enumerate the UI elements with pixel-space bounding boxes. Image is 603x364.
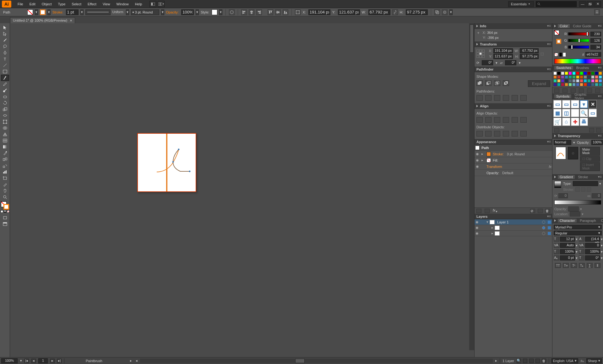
add-effect-icon[interactable]: fx▾ [493,208,497,213]
minus-front-icon[interactable] [485,80,492,86]
align-left-icon[interactable] [476,117,483,123]
strikethrough-icon[interactable]: T [595,263,600,268]
stroke-dropdown[interactable]: ▾ [47,9,51,15]
rotate-input[interactable]: 0° [482,60,493,65]
leading-input[interactable]: (14.4 pt) [585,237,600,242]
subscript-icon[interactable]: T₁ [579,263,585,268]
mesh-tool[interactable] [1,137,9,144]
dist-right-icon[interactable] [520,131,527,136]
font-size-input[interactable]: 12 pt [560,237,575,242]
gradient-preview[interactable] [554,181,561,188]
fill-swatch[interactable] [27,9,33,15]
layer-row[interactable]: ◉▸ [475,225,552,231]
brush-dropdown[interactable]: ▾ [161,9,164,15]
trim-icon[interactable] [485,95,492,101]
first-artboard-button[interactable]: |◂ [24,359,29,363]
delete-layer-icon[interactable]: 🗑 [542,359,546,363]
dist-top-icon[interactable] [476,131,483,136]
symbols-panel-header[interactable]: Symbols Graphic Styles ▾≡ [552,94,603,99]
swatch[interactable] [553,75,557,79]
pen-tool[interactable] [1,50,9,56]
swatch[interactable] [584,83,587,86]
h-scroll-right[interactable]: ▸ [495,359,497,363]
swatch[interactable] [587,79,591,83]
swatch[interactable] [565,79,568,83]
hand-tool[interactable] [1,188,9,194]
swatch[interactable] [565,83,568,86]
swatches-panel-header[interactable]: Swatches Brushes ▾≡ [552,65,603,71]
controlbar-menu-icon[interactable]: ☰ [594,9,600,15]
last-artboard-button[interactable]: ▸| [57,359,62,363]
magic-wand-tool[interactable] [1,37,9,43]
symbol-item[interactable]: ゝ [571,109,579,117]
h-scroll-left[interactable]: ◂ [136,359,138,363]
reference-point-selector[interactable] [476,50,485,58]
fill-stroke-proxy[interactable] [1,201,9,210]
menu-window[interactable]: Window [113,0,132,8]
delete-swatch-icon[interactable] [595,88,600,93]
transparency-opacity-input[interactable]: 100% [591,140,603,145]
isolate-dropdown[interactable]: ▾ [449,9,453,15]
appearance-row[interactable]: ◉▸Stroke:3 pt. Round [475,151,552,157]
stroke-weight-input[interactable] [66,9,79,15]
x-input[interactable] [308,9,330,15]
eraser-tool[interactable] [1,94,9,100]
swatch[interactable] [584,72,587,75]
swatch[interactable] [561,75,564,79]
transform-y-input[interactable]: 121.637 px [493,54,513,59]
blend-tool[interactable] [1,156,9,163]
transform-h-input[interactable]: 97.275 px [520,54,539,59]
swatch[interactable] [587,75,591,79]
swatch[interactable] [599,72,602,75]
g-value-input[interactable]: 126 [590,38,601,43]
smallcaps-icon[interactable]: Tᴛ [563,263,569,268]
white-swatch[interactable] [563,53,566,56]
swatch-options-icon[interactable] [571,88,576,93]
y-input[interactable] [338,9,360,15]
window-close-button[interactable]: ✕ [594,1,601,7]
b-slider[interactable] [568,46,589,49]
link-wh-icon[interactable]: ⬚ [541,52,544,56]
color-mode-icons[interactable] [1,210,9,213]
variable-width-profile[interactable] [85,9,111,15]
close-tab-icon[interactable]: ✕ [70,19,72,22]
make-mask-button[interactable]: Make Mask [580,147,600,156]
swatch[interactable] [587,72,591,75]
swatch[interactable] [595,72,598,75]
menu-help[interactable]: Help [132,0,145,8]
swatch[interactable] [599,79,602,83]
panel-menu-icon[interactable]: ▾≡ [547,67,551,71]
transform-panel-header[interactable]: Transform ▾≡ [475,41,552,47]
swatch[interactable] [580,79,583,83]
swatch[interactable] [576,79,579,83]
pathfinder-panel-header[interactable]: Pathfinder ▾≡ [475,67,552,72]
align-right-icon[interactable] [494,117,500,123]
tracking-input[interactable]: 0 [585,243,600,248]
color-panel-header[interactable]: Color Color Guide ▾≡ [552,23,603,29]
swatch[interactable] [568,83,572,86]
w-input[interactable] [368,9,390,15]
transform-w-input[interactable]: 67.792 px [520,48,539,53]
symbol-item[interactable]: ▭ [562,100,570,108]
align-bottom-icon[interactable] [283,9,288,15]
column-graph-tool[interactable] [1,169,9,175]
align-left-icon[interactable] [241,9,247,15]
new-swatch-icon[interactable] [587,88,592,93]
duplicate-icon[interactable] [538,209,543,213]
swatch[interactable] [595,79,598,83]
zoom-tool[interactable] [1,194,9,200]
swatch[interactable] [595,75,598,79]
symbol-item[interactable]: ◫ [562,109,570,117]
place-symbol-icon[interactable] [589,128,594,132]
color-spectrum[interactable] [554,59,601,64]
swatch[interactable] [591,79,595,83]
lasso-tool[interactable] [1,43,9,50]
symbol-item[interactable]: ✚ [571,118,579,126]
zoom-dropdown[interactable]: ▾ [20,359,22,363]
arrange-docs-icon[interactable]: ▾ [158,1,165,7]
swatch[interactable] [572,83,576,86]
swatch[interactable] [576,83,579,86]
blend-mode-dropdown[interactable]: ▾ [573,141,575,145]
layer-row[interactable]: ◉▾Layer 1 [475,219,552,225]
hex-input[interactable]: e67e22 [585,52,601,57]
